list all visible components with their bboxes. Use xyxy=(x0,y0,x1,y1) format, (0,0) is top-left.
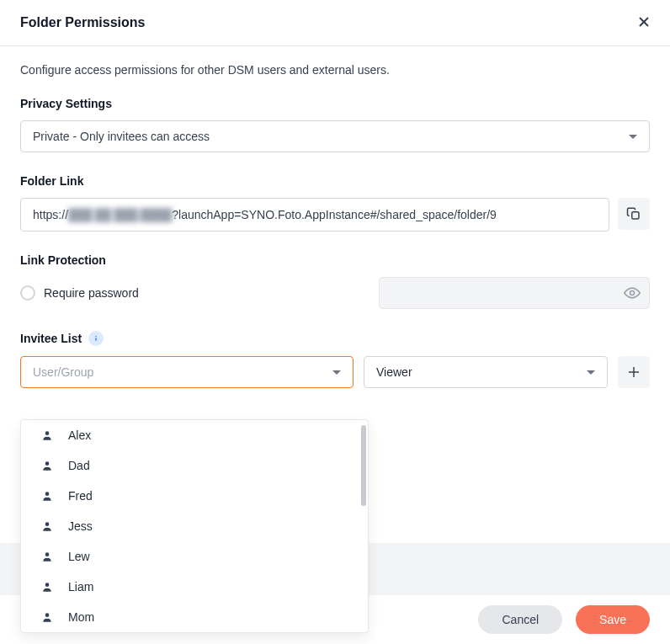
svg-point-1 xyxy=(630,291,635,295)
svg-rect-3 xyxy=(95,338,96,341)
folder-link-label: Folder Link xyxy=(20,174,650,188)
copy-link-button[interactable] xyxy=(618,198,650,230)
plus-icon xyxy=(626,365,641,380)
svg-point-9 xyxy=(45,583,50,587)
eye-icon xyxy=(624,285,641,301)
info-icon xyxy=(91,333,101,343)
invitee-info-button[interactable] xyxy=(88,331,104,346)
folder-link-obscured: ███.██ ███.████ xyxy=(68,208,172,221)
dropdown-item[interactable]: Jess xyxy=(21,511,368,541)
dropdown-item[interactable]: Dad xyxy=(21,450,368,481)
dropdown-item-label: Jess xyxy=(68,519,93,533)
svg-point-10 xyxy=(45,613,50,617)
save-button[interactable]: Save xyxy=(576,605,650,634)
privacy-select-value: Private - Only invitees can access xyxy=(33,130,210,143)
dropdown-item-label: Dad xyxy=(68,459,90,472)
svg-point-6 xyxy=(45,492,50,496)
privacy-settings-label: Privacy Settings xyxy=(20,97,650,110)
dropdown-item[interactable]: Lew xyxy=(21,541,368,572)
copy-icon xyxy=(626,206,641,221)
chevron-down-icon xyxy=(629,135,637,139)
dropdown-item-label: Liam xyxy=(68,580,93,593)
person-icon xyxy=(41,460,53,471)
dropdown-item-label: Mom xyxy=(68,610,94,624)
svg-point-4 xyxy=(45,431,50,435)
password-input[interactable] xyxy=(379,277,650,309)
folder-link-prefix: https:// xyxy=(33,208,68,221)
person-icon xyxy=(41,581,53,593)
svg-point-7 xyxy=(45,522,50,526)
svg-point-8 xyxy=(45,552,50,556)
svg-point-2 xyxy=(95,336,97,338)
dropdown-item[interactable]: Fred xyxy=(21,481,368,511)
svg-rect-0 xyxy=(632,212,639,219)
person-icon xyxy=(41,551,53,562)
close-button[interactable] xyxy=(638,15,650,30)
dropdown-scrollbar[interactable] xyxy=(361,425,366,506)
cancel-button[interactable]: Cancel xyxy=(478,605,562,634)
person-icon xyxy=(41,611,53,623)
require-password-label: Require password xyxy=(44,286,139,300)
chevron-down-icon xyxy=(587,370,595,375)
person-icon xyxy=(41,429,53,441)
dropdown-item-label: Fred xyxy=(68,489,93,503)
require-password-radio[interactable] xyxy=(20,285,35,301)
user-group-select[interactable]: User/Group xyxy=(20,356,354,388)
role-select-value: Viewer xyxy=(376,365,412,379)
svg-point-5 xyxy=(45,461,50,466)
dropdown-item-label: Lew xyxy=(68,550,90,563)
dialog-title: Folder Permissions xyxy=(20,15,146,30)
role-select[interactable]: Viewer xyxy=(364,356,608,388)
dropdown-item-label: Alex xyxy=(68,428,91,442)
close-icon xyxy=(638,16,650,28)
dropdown-item[interactable]: Liam xyxy=(21,572,368,602)
dropdown-item[interactable]: Mom xyxy=(21,602,368,632)
user-group-placeholder: User/Group xyxy=(33,365,93,379)
add-invitee-button[interactable] xyxy=(618,356,650,388)
invitee-list-label: Invitee List xyxy=(20,332,82,345)
folder-link-input[interactable]: https:// ███.██ ███.████ ?launchApp=SYNO… xyxy=(20,198,609,232)
link-protection-label: Link Protection xyxy=(20,253,650,267)
person-icon xyxy=(41,520,53,532)
dropdown-item[interactable]: Alex xyxy=(21,420,368,450)
privacy-select[interactable]: Private - Only invitees can access xyxy=(20,120,650,152)
folder-link-suffix: ?launchApp=SYNO.Foto.AppInstance#/shared… xyxy=(172,208,497,221)
chevron-down-icon xyxy=(332,370,341,375)
dialog-description: Configure access permissions for other D… xyxy=(20,63,650,77)
user-group-dropdown[interactable]: AlexDadFredJessLewLiamMom xyxy=(20,419,369,633)
person-icon xyxy=(41,490,53,502)
